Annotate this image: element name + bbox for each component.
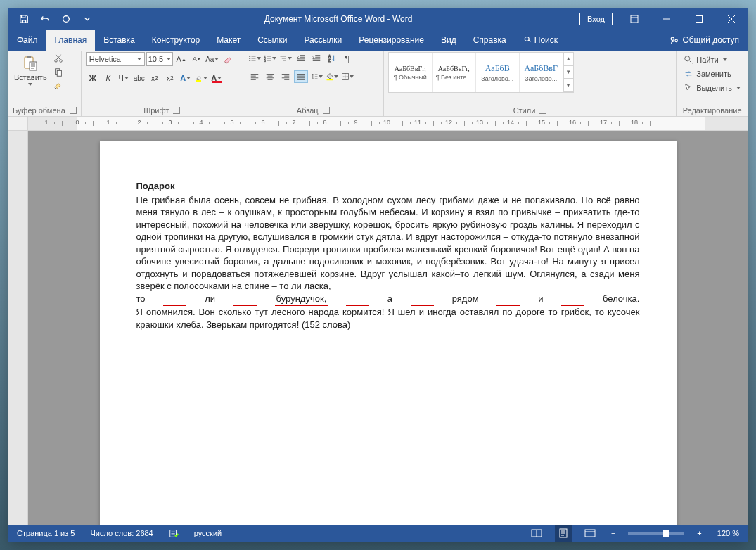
svg-text:3: 3 [264,60,266,63]
spellcheck-underline [233,293,257,307]
view-read-mode[interactable] [528,525,545,542]
zoom-level[interactable]: 120 % [715,525,742,542]
view-print-layout[interactable] [555,525,572,542]
shrink-font-button[interactable]: A▼ [190,53,204,65]
subscript-button[interactable]: x2 [148,72,162,84]
font-name-combo[interactable]: Helvetica [86,52,145,66]
decrease-indent-button[interactable] [294,52,308,65]
tab-design[interactable]: Конструктор [143,30,208,51]
styles-gallery[interactable]: АаБбВвГг,¶ Обычный АаБбВвГг,¶ Без инте..… [388,52,574,93]
language-indicator[interactable]: русский [191,525,224,542]
maximize-button[interactable] [683,8,715,30]
underline-button[interactable]: Ч [117,72,131,84]
tab-view[interactable]: Вид [433,30,465,51]
replace-button[interactable]: Заменить [681,68,743,80]
align-left-button[interactable] [248,70,262,83]
share-button[interactable]: Общий доступ [661,30,748,51]
svg-rect-28 [585,530,595,537]
font-launcher[interactable] [173,107,180,114]
ribbon-display-options[interactable] [618,8,651,30]
tab-home[interactable]: Главная [46,30,96,51]
bullets-button[interactable] [248,52,262,65]
align-right-button[interactable] [278,70,293,83]
tab-mailings[interactable]: Рассылки [295,30,350,51]
sort-button[interactable]: AZ [325,52,339,65]
qat-customize[interactable] [77,9,97,29]
styles-launcher[interactable] [539,107,546,114]
zoom-slider[interactable] [628,532,684,535]
align-justify-button[interactable] [294,70,308,83]
tell-me-search[interactable]: Поиск [515,30,566,51]
gallery-more[interactable]: ▾ [564,79,573,92]
gallery-down[interactable]: ▼ [564,66,573,79]
font-color-button[interactable]: A [210,72,224,84]
select-button[interactable]: Выделить [681,82,743,94]
save-button[interactable] [14,9,34,29]
paragraph-launcher[interactable] [323,107,330,114]
change-case-button[interactable]: Aa [205,53,219,65]
bold-button[interactable]: Ж [86,72,100,84]
zoom-out[interactable]: − [608,525,618,542]
redo-button[interactable] [56,9,76,29]
page[interactable]: Подарок Не грибная была осень, совсем не… [100,141,677,525]
signin-button[interactable]: Вход [579,13,613,25]
vertical-ruler[interactable] [8,131,28,525]
text-effects-button[interactable]: A [179,72,193,84]
format-painter-button[interactable] [51,80,65,93]
svg-point-0 [63,16,70,23]
multilevel-list-button[interactable] [278,52,293,65]
shading-button[interactable] [325,70,339,83]
svg-point-5 [675,39,678,42]
close-button[interactable] [715,8,748,30]
numbering-button[interactable]: 123 [263,52,277,65]
tab-references[interactable]: Ссылки [249,30,295,51]
spellcheck-underline [163,293,186,307]
spellcheck-status[interactable] [166,525,181,542]
strikethrough-button[interactable]: abc [132,72,146,84]
doc-paragraph-1: Не грибная была осень, совсем не грибная… [136,194,640,293]
view-web-layout[interactable] [582,525,598,542]
tab-file[interactable]: Файл [8,30,46,51]
tab-review[interactable]: Рецензирование [350,30,433,51]
group-styles: АаБбВвГг,¶ Обычный АаБбВвГг,¶ Без инте..… [384,51,677,116]
tab-insert[interactable]: Вставка [95,30,143,51]
grow-font-button[interactable]: A▲ [174,53,188,65]
svg-rect-1 [631,15,638,23]
word-count[interactable]: Число слов: 2684 [87,525,155,542]
editing-group-label: Редактирование [683,106,742,115]
svg-rect-12 [57,70,61,76]
document-scroll[interactable]: Подарок Не грибная была осень, совсем не… [28,131,748,525]
find-button[interactable]: Найти [681,53,743,66]
highlight-button[interactable] [194,72,208,84]
gallery-up[interactable]: ▲ [564,53,573,66]
clear-formatting-button[interactable] [221,53,235,65]
gallery-nav: ▲ ▼ ▾ [563,53,573,92]
tab-help[interactable]: Справка [465,30,515,51]
style-normal[interactable]: АаБбВвГг,¶ Обычный [389,53,433,92]
doc-squiggle-line: то ли бурундучок, а рядом и [136,293,640,307]
style-heading2[interactable]: АаБбВвГЗаголово... [520,53,563,92]
font-size-combo[interactable]: 10,5 [146,52,173,66]
tab-layout[interactable]: Макет [208,30,249,51]
increase-indent-button[interactable] [309,52,323,65]
show-marks-button[interactable]: ¶ [340,52,354,65]
italic-button[interactable]: К [101,72,115,84]
horizontal-ruler[interactable]: 10123456789101112131415161718 [28,117,748,130]
style-heading1[interactable]: АаБбВЗаголово... [476,53,520,92]
superscript-button[interactable]: x2 [163,72,177,84]
spellcheck-underline [411,293,434,307]
minimize-button[interactable] [651,8,683,30]
zoom-in[interactable]: + [694,525,704,542]
svg-point-4 [672,37,674,40]
cut-button[interactable] [51,52,65,65]
style-no-spacing[interactable]: АаБбВвГг,¶ Без инте... [433,53,476,92]
paste-button[interactable]: Вставить [13,52,49,89]
borders-button[interactable] [340,70,354,83]
line-spacing-button[interactable] [309,70,323,83]
clipboard-launcher[interactable] [70,107,77,114]
align-center-button[interactable] [263,70,277,83]
page-indicator[interactable]: Страница 1 из 5 [14,525,77,542]
svg-point-14 [249,56,250,57]
copy-button[interactable] [51,66,65,79]
undo-button[interactable] [35,9,55,29]
